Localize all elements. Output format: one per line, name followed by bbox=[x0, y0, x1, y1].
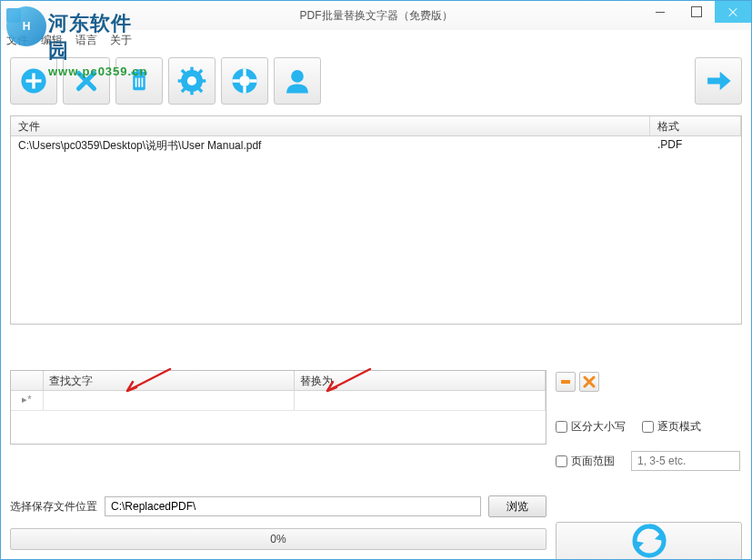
svg-rect-13 bbox=[178, 79, 183, 82]
close-button[interactable] bbox=[715, 1, 751, 23]
file-format-cell: .PDF bbox=[650, 136, 741, 155]
row-marker[interactable]: ▸* bbox=[11, 391, 44, 410]
menu-about[interactable]: 关于 bbox=[110, 33, 132, 48]
gear-icon bbox=[176, 65, 207, 96]
svg-rect-12 bbox=[190, 90, 193, 95]
svg-rect-22 bbox=[561, 380, 570, 384]
minimize-button[interactable] bbox=[642, 1, 678, 23]
toolbar bbox=[1, 50, 751, 112]
svg-rect-2 bbox=[26, 79, 42, 82]
svg-rect-8 bbox=[142, 78, 144, 87]
app-icon bbox=[6, 8, 21, 23]
svg-rect-14 bbox=[201, 79, 206, 82]
lifebuoy-icon bbox=[229, 65, 260, 96]
svg-point-10 bbox=[187, 76, 196, 85]
file-list-header: 文件 格式 bbox=[11, 116, 741, 136]
search-replace-row: ▸* bbox=[11, 391, 546, 411]
svg-rect-4 bbox=[132, 72, 147, 75]
svg-point-20 bbox=[239, 75, 250, 86]
page-range-input[interactable] bbox=[631, 451, 740, 471]
case-sensitive-check[interactable]: 区分大小写 bbox=[556, 419, 626, 435]
svg-rect-11 bbox=[190, 67, 193, 72]
start-button[interactable]: 立刻开始! bbox=[556, 522, 742, 560]
svg-rect-5 bbox=[136, 69, 143, 72]
arrow-right-icon bbox=[703, 65, 734, 96]
col-replace[interactable]: 替换为 bbox=[295, 371, 546, 390]
svg-rect-7 bbox=[138, 78, 140, 87]
refresh-circle-icon bbox=[631, 523, 667, 559]
progress-bar: 0% bbox=[10, 528, 546, 550]
x-orange-icon bbox=[583, 375, 596, 388]
col-file[interactable]: 文件 bbox=[11, 116, 650, 135]
replace-input[interactable] bbox=[295, 391, 545, 410]
settings-button[interactable] bbox=[168, 57, 216, 105]
maximize-button[interactable] bbox=[678, 1, 715, 23]
plus-circle-icon bbox=[18, 65, 49, 96]
minus-icon bbox=[559, 375, 572, 388]
save-path-input[interactable] bbox=[105, 496, 481, 516]
title-bar: PDF批量替换文字器（免费版） bbox=[1, 1, 751, 30]
row-selector-header bbox=[11, 371, 44, 390]
menu-edit[interactable]: 编辑 bbox=[41, 33, 63, 48]
save-location-label: 选择保存文件位置 bbox=[10, 499, 97, 515]
svg-rect-6 bbox=[135, 78, 137, 87]
menu-language[interactable]: 语言 bbox=[75, 33, 97, 48]
progress-text: 0% bbox=[270, 533, 286, 545]
clear-rules-button[interactable] bbox=[579, 372, 599, 392]
menu-file[interactable]: 文件 bbox=[6, 33, 28, 48]
svg-point-21 bbox=[291, 70, 304, 83]
find-input[interactable] bbox=[44, 391, 294, 410]
file-row[interactable]: C:\Users\pc0359\Desktop\说明书\User Manual.… bbox=[11, 136, 741, 155]
user-icon bbox=[282, 65, 313, 96]
search-replace-grid: 查找文字 替换为 ▸* bbox=[10, 370, 546, 445]
user-button[interactable] bbox=[274, 57, 321, 105]
save-location-row: 选择保存文件位置 浏览 bbox=[10, 495, 546, 517]
page-by-page-check[interactable]: 逐页模式 bbox=[642, 419, 701, 435]
page-range-checkbox[interactable] bbox=[556, 455, 567, 467]
page-by-page-checkbox[interactable] bbox=[642, 421, 654, 433]
file-path-cell: C:\Users\pc0359\Desktop\说明书\User Manual.… bbox=[11, 136, 650, 155]
help-button[interactable] bbox=[221, 57, 268, 105]
col-find[interactable]: 查找文字 bbox=[44, 371, 295, 390]
menu-bar: 文件 编辑 语言 关于 bbox=[1, 30, 751, 50]
window-title: PDF批量替换文字器（免费版） bbox=[300, 8, 453, 24]
clear-button[interactable] bbox=[115, 57, 163, 105]
file-list: 文件 格式 C:\Users\pc0359\Desktop\说明书\User M… bbox=[10, 115, 742, 325]
x-icon bbox=[71, 65, 102, 96]
add-button[interactable] bbox=[10, 57, 57, 105]
trash-icon bbox=[124, 65, 155, 96]
page-range-check[interactable]: 页面范围 bbox=[556, 454, 615, 469]
browse-button[interactable]: 浏览 bbox=[488, 495, 546, 517]
delete-button[interactable] bbox=[63, 57, 110, 105]
case-sensitive-checkbox[interactable] bbox=[556, 421, 567, 433]
col-format[interactable]: 格式 bbox=[650, 116, 741, 135]
start-arrow-button[interactable] bbox=[695, 57, 742, 105]
remove-rule-button[interactable] bbox=[556, 372, 576, 392]
